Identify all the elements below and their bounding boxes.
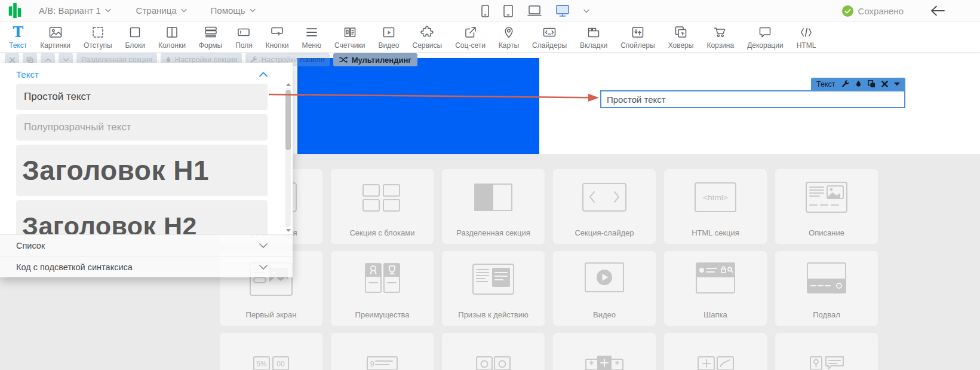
tool-label: Видео [378,41,399,50]
tool-video[interactable]: Видео [371,22,405,52]
tool-counters[interactable]: Счетчики [328,22,371,52]
tool-label: Текст [9,41,27,50]
description-section-icon [800,179,853,217]
accordion-list[interactable]: Список [0,234,293,256]
slider-section-icon [577,179,631,217]
menu-help[interactable]: Помощь [211,5,256,16]
template-card-description[interactable]: Описание [775,169,878,244]
tool-columns[interactable]: Колонки [152,22,192,52]
template-card-video[interactable]: Видео [553,251,656,326]
app-logo[interactable] [8,2,22,20]
tool-label: Корзина [706,41,734,50]
panel-header: Текст [0,63,293,81]
accordion-code[interactable]: Код с подсветкой синтаксиса [0,256,293,277]
tool-text[interactable]: T Текст [2,22,33,52]
template-card-advantages[interactable]: Преимущества [331,251,434,326]
save-status: Сохранено [842,0,904,22]
tool-label: HTML [797,41,816,50]
tool-decorations[interactable]: Декорации [741,22,790,52]
tool-label: Кнопки [266,41,289,50]
tool-menu[interactable]: Меню [296,22,328,52]
menu-page-label: Страница [136,5,177,16]
check-circle-icon [842,5,853,17]
tool-tabs[interactable]: Вкладки [573,22,614,52]
tool-label: Карты [499,41,519,50]
template-card-partial-form[interactable]: 9 [331,333,434,370]
device-desktop-button-active[interactable] [556,5,569,17]
template-card-slider-section[interactable]: Секция-слайдер [553,169,656,244]
text-element[interactable]: Простой текст [600,90,905,108]
device-laptop-button[interactable] [527,5,542,16]
tool-images[interactable]: Картинки [33,22,77,52]
device-tablet-button[interactable] [503,5,513,17]
element-clone-button[interactable] [868,80,875,88]
scrollbar-track[interactable] [285,88,291,227]
tool-forms[interactable]: Формы [192,22,229,52]
template-card-label: Описание [775,228,878,237]
tool-sliders[interactable]: Слайдеры [526,22,573,52]
scroll-up-arrow[interactable] [286,83,291,86]
chevron-down-icon [259,265,268,270]
svg-text:9: 9 [370,360,374,368]
accordion-label: Список [16,241,45,250]
device-menu-chevron[interactable] [583,9,589,13]
tool-cart[interactable]: Корзина [700,22,741,52]
widget-item-translucent-text[interactable]: Полупрозрачный текст [16,114,268,140]
template-card-partial-gallery[interactable] [442,333,545,370]
tool-spoilers[interactable]: Спойлеры [614,22,662,52]
template-card-partial-contacts[interactable] [775,333,878,370]
panel-title[interactable]: Текст [16,69,39,79]
tool-margins[interactable]: Отступы [77,22,118,52]
tool-blocks[interactable]: Блоки [119,22,152,52]
element-settings-button[interactable] [841,80,849,88]
template-card-label: Шапка [664,310,767,319]
template-card-footer[interactable]: Подвал [775,251,878,326]
template-card-blocks-section[interactable]: Секция с блоками [331,169,434,244]
tool-label: Поля [235,41,253,50]
panel-scrollbar[interactable] [285,83,291,232]
tool-fields[interactable]: Поля [229,22,259,52]
device-phone-button[interactable] [481,5,489,17]
tool-html[interactable]: HTML [790,22,823,52]
widget-item-heading-h2[interactable]: Заголовок H2 [16,200,268,234]
menu-ab-variant[interactable]: A/B: Вариант 1 [39,5,111,16]
menu-page[interactable]: Страница [136,5,187,16]
scrollbar-thumb[interactable] [285,90,291,150]
text-widgets-panel: Текст Простой текст Полупрозрачный текст… [0,63,293,277]
tool-hovers[interactable]: Ховеры [662,22,701,52]
video-icon [382,25,396,40]
template-card-partial-counters[interactable]: 5% 00 [220,333,322,370]
template-card-split-section[interactable]: Разделенная секция [442,169,545,244]
droplet-icon [855,80,862,88]
element-style-button[interactable] [855,80,862,88]
template-card-partial-banner[interactable] [553,333,656,370]
clone-icon [868,80,875,88]
scroll-down-arrow[interactable] [286,229,291,232]
multilanding-button[interactable]: Мультилендинг [333,53,417,66]
tool-maps[interactable]: Карты [492,22,526,52]
widget-item-heading-h1[interactable]: Заголовок H1 [16,145,268,196]
tool-services[interactable]: Сервисы [405,22,448,52]
menu-ab-variant-label: A/B: Вариант 1 [39,5,101,16]
template-card-cta[interactable]: Призыв к действию [442,251,545,326]
widget-item-plain-text[interactable]: Простой текст [16,84,268,110]
split-section-icon [466,179,520,217]
back-button[interactable] [930,5,945,19]
canvas-area: Разделенная секция Настройки секции Наст… [0,53,980,370]
page-blue-section[interactable] [297,58,539,154]
svg-text:<html>: <html> [703,193,727,202]
chevron-down-icon [250,8,256,13]
template-card-html-section[interactable]: <html> HTML секция [664,169,767,244]
panel-collapse-button[interactable] [259,72,268,77]
advantages-icon [355,261,409,299]
element-more-button[interactable] [894,82,900,86]
template-card-header[interactable]: Шапка [664,251,767,326]
template-card-partial-widgets[interactable] [664,333,767,370]
hover-cursor-icon [674,25,688,40]
widget-item-label: Простой текст [24,91,91,103]
tool-buttons[interactable]: Кнопки [259,22,296,52]
social-share-icon [463,25,478,40]
tool-social[interactable]: Соц-сети [448,22,492,52]
element-delete-button[interactable] [881,81,888,87]
gallery-section-icon [466,345,520,370]
